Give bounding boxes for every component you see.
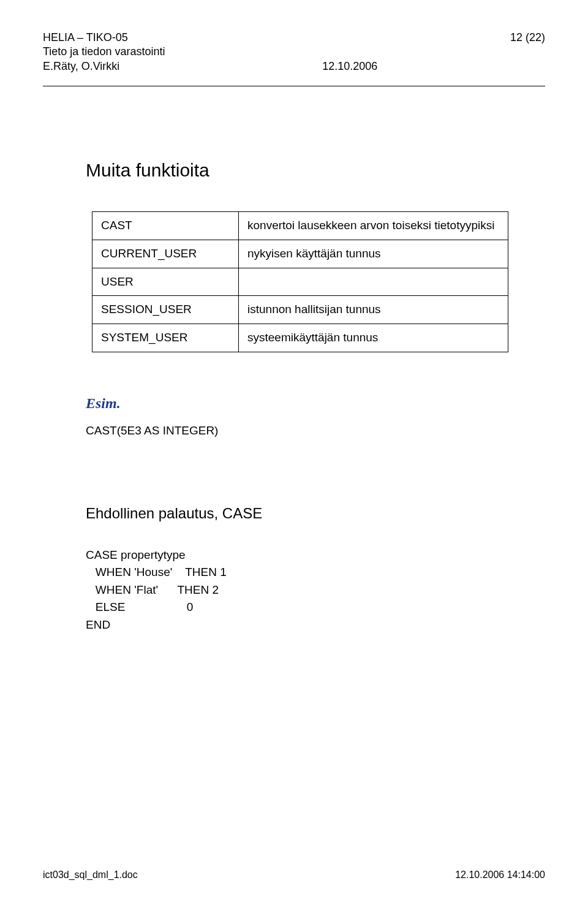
func-name: CAST — [92, 212, 239, 240]
table-row: USER — [92, 268, 508, 296]
cast-example: CAST(5E3 AS INTEGER) — [86, 424, 514, 437]
header-subject: Tieto ja tiedon varastointi — [43, 45, 165, 59]
subsection-title: Ehdollinen palautus, CASE — [86, 505, 514, 522]
func-desc: istunnon hallitsijan tunnus — [239, 296, 508, 324]
header-date: 12.10.2006 — [322, 59, 377, 74]
header-divider — [43, 86, 545, 86]
functions-table: CAST konvertoi lausekkeen arvon toiseksi… — [92, 211, 508, 352]
func-desc: nykyisen käyttäjän tunnus — [239, 240, 508, 268]
func-name: CURRENT_USER — [92, 240, 239, 268]
page-header: HELIA – TIKO-05 Tieto ja tiedon varastoi… — [43, 31, 545, 74]
func-name: SESSION_USER — [92, 296, 239, 324]
header-org: HELIA – TIKO-05 — [43, 31, 165, 45]
case-example: CASE propertytype WHEN 'House' THEN 1 WH… — [86, 547, 514, 634]
func-name: USER — [92, 268, 239, 296]
func-desc: systeemikäyttäjän tunnus — [239, 324, 508, 352]
table-row: SESSION_USER istunnon hallitsijan tunnus — [92, 296, 508, 324]
example-label: Esim. — [86, 395, 514, 412]
footer-timestamp: 12.10.2006 14:14:00 — [455, 869, 545, 880]
section-title: Muita funktioita — [86, 160, 514, 181]
func-desc — [239, 268, 508, 296]
footer-filename: ict03d_sql_dml_1.doc — [43, 869, 138, 880]
table-row: CURRENT_USER nykyisen käyttäjän tunnus — [92, 240, 508, 268]
page-footer: ict03d_sql_dml_1.doc 12.10.2006 14:14:00 — [43, 869, 545, 880]
header-page-number: 12 (22) — [510, 31, 545, 45]
table-row: CAST konvertoi lausekkeen arvon toiseksi… — [92, 212, 508, 240]
table-row: SYSTEM_USER systeemikäyttäjän tunnus — [92, 324, 508, 352]
func-name: SYSTEM_USER — [92, 324, 239, 352]
header-authors: E.Räty, O.Virkki — [43, 59, 119, 74]
func-desc: konvertoi lausekkeen arvon toiseksi tiet… — [239, 212, 508, 240]
